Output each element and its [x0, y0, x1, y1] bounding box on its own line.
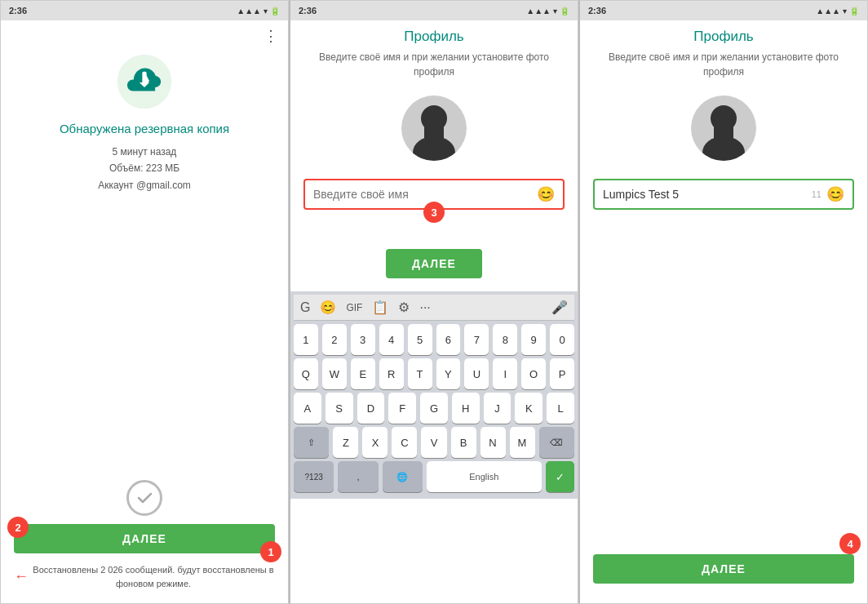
wifi-icon-2: ▾ [553, 7, 557, 16]
signal-icon-2: ▲▲▲ [526, 7, 551, 16]
key-enter[interactable]: ✓ [546, 461, 574, 492]
badge-3: 3 [423, 202, 445, 223]
key-6[interactable]: 6 [436, 324, 461, 355]
battery-icon-3: 🔋 [849, 7, 859, 16]
settings-icon[interactable]: ⚙ [398, 300, 410, 315]
avatar-container-3 [580, 95, 867, 161]
keyboard-row-bottom: ?123 , 🌐 English ✓ [294, 461, 574, 492]
mic-icon[interactable]: 🎤 [551, 300, 568, 315]
sticker-icon[interactable]: 😊 [320, 300, 336, 315]
name-input-row-3[interactable]: 11 😊 [593, 179, 854, 210]
panel-2: 2:36 ▲▲▲ ▾ 🔋 Профиль Введите своё имя и … [289, 0, 578, 604]
menu-dots[interactable]: ⋮ [264, 27, 278, 45]
panel1-bottom: ДАЛЕЕ ← Восстановлены 2 026 сообщений. б… [1, 472, 288, 603]
key-7[interactable]: 7 [464, 324, 489, 355]
emoji-icon-3[interactable]: 😊 [826, 185, 844, 203]
status-icons-1: ▲▲▲ ▾ 🔋 [237, 7, 280, 16]
key-comma[interactable]: , [338, 461, 378, 492]
name-input-3[interactable] [603, 188, 812, 201]
restore-arrow-icon: ← [14, 568, 29, 585]
check-icon [135, 488, 154, 508]
key-3[interactable]: 3 [351, 324, 375, 355]
time-1: 2:36 [9, 6, 27, 16]
key-w[interactable]: W [322, 358, 347, 389]
key-q[interactable]: Q [294, 358, 318, 389]
next-button-3[interactable]: ДАЛЕЕ [593, 554, 854, 584]
key-u[interactable]: U [464, 358, 489, 389]
avatar-3[interactable] [691, 95, 756, 161]
backup-time: 5 минут назад [98, 144, 191, 160]
key-z[interactable]: Z [333, 427, 358, 458]
status-bar-1: 2:36 ▲▲▲ ▾ 🔋 [1, 1, 288, 20]
emoji-icon-2[interactable]: 😊 [537, 185, 555, 203]
char-count: 11 [812, 189, 822, 199]
keyboard-row-numbers: 1 2 3 4 5 6 7 8 9 0 [294, 324, 574, 355]
key-c[interactable]: C [392, 427, 417, 458]
key-9[interactable]: 9 [521, 324, 546, 355]
key-y[interactable]: Y [436, 358, 461, 389]
profile-title-2: Профиль [290, 20, 578, 50]
key-x[interactable]: X [362, 427, 388, 458]
cloud-upload-icon [116, 53, 173, 110]
badge-1: 1 [260, 541, 281, 562]
key-shift[interactable]: ⇧ [294, 427, 329, 458]
key-e[interactable]: E [351, 358, 375, 389]
badge-4: 4 [839, 533, 861, 554]
person-silhouette-3 [691, 95, 756, 161]
panel3-content: Профиль Введите своё имя и при желании у… [580, 20, 867, 603]
key-v[interactable]: V [421, 427, 446, 458]
time-3: 2:36 [588, 6, 606, 16]
key-symbols[interactable]: ?123 [294, 461, 334, 492]
avatar-2[interactable] [401, 95, 467, 161]
key-r[interactable]: R [379, 358, 404, 389]
key-2[interactable]: 2 [322, 324, 347, 355]
google-icon[interactable]: G [300, 300, 310, 315]
name-input-row-2[interactable]: 😊 3 [303, 179, 565, 210]
battery-icon-2: 🔋 [560, 7, 569, 16]
backup-info: 5 минут назад Объём: 223 МБ Аккаунт @gma… [98, 144, 191, 193]
key-o[interactable]: O [521, 358, 546, 389]
key-b[interactable]: B [451, 427, 476, 458]
key-t[interactable]: T [408, 358, 432, 389]
key-f[interactable]: F [388, 393, 416, 424]
name-input-2[interactable] [313, 188, 537, 201]
svg-rect-6 [424, 125, 444, 141]
key-i[interactable]: I [493, 358, 517, 389]
signal-icon: ▲▲▲ [237, 7, 261, 16]
battery-icon: 🔋 [270, 7, 280, 16]
key-j[interactable]: J [484, 393, 512, 424]
key-d[interactable]: D [357, 393, 385, 424]
key-4[interactable]: 4 [379, 324, 404, 355]
signal-icon-3: ▲▲▲ [816, 7, 840, 16]
clipboard-icon[interactable]: 📋 [372, 300, 388, 315]
backup-account: Аккаунт @gmail.com [98, 177, 191, 193]
profile-title-3: Профиль [580, 20, 867, 50]
key-8[interactable]: 8 [493, 324, 517, 355]
more-icon[interactable]: ··· [419, 300, 430, 315]
key-0[interactable]: 0 [550, 324, 574, 355]
key-g[interactable]: G [420, 393, 448, 424]
key-5[interactable]: 5 [408, 324, 432, 355]
checkmark-circle [126, 480, 162, 516]
key-globe[interactable]: 🌐 [383, 461, 423, 492]
key-backspace[interactable]: ⌫ [539, 427, 574, 458]
key-m[interactable]: M [510, 427, 535, 458]
key-k[interactable]: K [515, 393, 542, 424]
key-l[interactable]: L [547, 393, 574, 424]
restore-row: ← Восстановлены 2 026 сообщений. будут в… [14, 563, 275, 590]
keyboard-toolbar: G 😊 GIF 📋 ⚙ ··· 🎤 [294, 295, 574, 321]
key-n[interactable]: N [480, 427, 506, 458]
gif-icon[interactable]: GIF [346, 302, 362, 313]
key-space[interactable]: English [427, 461, 542, 492]
status-icons-3: ▲▲▲ ▾ 🔋 [816, 7, 859, 16]
key-1[interactable]: 1 [294, 324, 318, 355]
key-a[interactable]: A [294, 393, 321, 424]
next-button-1[interactable]: ДАЛЕЕ [14, 524, 275, 553]
key-h[interactable]: H [452, 393, 480, 424]
next-button-2[interactable]: ДАЛЕЕ [386, 249, 482, 278]
backup-title: Обнаружена резервная копия [60, 122, 229, 135]
restore-text: Восстановлены 2 026 сообщений. будут вос… [32, 563, 275, 590]
key-s[interactable]: S [326, 393, 353, 424]
profile-subtitle-2: Введите своё имя и при желании установит… [290, 50, 578, 79]
key-p[interactable]: P [550, 358, 574, 389]
